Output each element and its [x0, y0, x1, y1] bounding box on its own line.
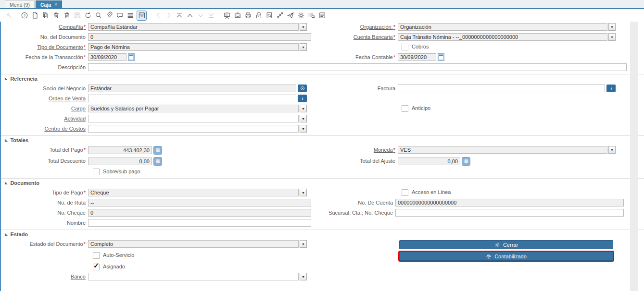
auto-servicio-checkbox[interactable]: [93, 252, 100, 259]
organizacion-field[interactable]: Organización: [398, 23, 607, 31]
actividad-field[interactable]: [88, 115, 299, 122]
chevron-down-icon[interactable]: [300, 125, 307, 133]
socio-label[interactable]: Socio del Negocio: [43, 85, 86, 91]
info-button[interactable]: i: [298, 95, 307, 102]
cuenta-bancaria-field[interactable]: Caja Tránsito Nómina - --_00000000000000…: [398, 33, 607, 41]
nombre-label: Nombre: [67, 220, 86, 226]
descripcion-field[interactable]: [88, 63, 627, 71]
lock-icon[interactable]: [254, 12, 263, 20]
calculator-icon[interactable]: ▦: [153, 157, 162, 166]
no-documento-field[interactable]: 0: [88, 33, 311, 41]
zoom-across-icon[interactable]: [265, 12, 273, 20]
total-descuento-field[interactable]: 0,00: [88, 158, 152, 165]
info-button[interactable]: i: [606, 85, 616, 92]
banco-field[interactable]: [88, 273, 299, 280]
section-documento-header[interactable]: ◢ Documento: [1, 179, 644, 189]
banco-label[interactable]: Banco: [71, 274, 86, 279]
request-icon[interactable]: [318, 12, 326, 20]
centro-costos-label[interactable]: Centro de Costos: [44, 126, 86, 132]
fecha-contable-field[interactable]: 30/09/2020: [398, 53, 436, 61]
archive-icon[interactable]: [233, 12, 241, 20]
orden-venta-field[interactable]: [88, 95, 296, 102]
new-record-icon[interactable]: [31, 12, 39, 20]
section-totales-header[interactable]: ◢ Totales: [1, 136, 644, 146]
send-mail-icon[interactable]: [286, 12, 294, 20]
factura-label[interactable]: Factura: [378, 85, 395, 91]
find-icon[interactable]: [94, 12, 102, 20]
orden-venta-label[interactable]: Orden de Venta: [49, 96, 86, 101]
moneda-label[interactable]: Moneda: [374, 147, 395, 153]
attachment-icon[interactable]: [105, 12, 113, 20]
tab-menu[interactable]: Menú (9): [5, 0, 35, 8]
descripcion-label: Descripción: [58, 64, 86, 70]
tab-caja[interactable]: Caja ×: [36, 0, 62, 8]
tipo-documento-field[interactable]: Pago de Nómina: [88, 43, 299, 51]
compania-field[interactable]: Compañía Estándar: [88, 23, 299, 31]
calendar-icon[interactable]: 31: [137, 11, 147, 21]
centro-costos-field[interactable]: [88, 125, 299, 133]
section-referencia-header[interactable]: ◢ Referencia: [1, 74, 644, 85]
no-cuenta-field[interactable]: 00000000000000000000: [395, 199, 624, 206]
record-info-button[interactable]: [298, 85, 307, 92]
organizacion-label[interactable]: Organización.: [360, 24, 395, 30]
chevron-down-icon[interactable]: [300, 105, 307, 112]
calculator-icon[interactable]: ▦: [153, 146, 162, 155]
export-icon[interactable]: [307, 12, 316, 20]
asignado-checkbox[interactable]: [93, 264, 100, 270]
sobre-sub-pago-checkbox[interactable]: [93, 169, 100, 175]
print-icon[interactable]: [244, 12, 252, 20]
chevron-down-icon[interactable]: [608, 146, 616, 154]
vertical-scrollbar[interactable]: [630, 22, 638, 291]
calendar-icon[interactable]: [128, 53, 135, 61]
workflow-icon[interactable]: [276, 12, 284, 20]
svg-text:?: ?: [23, 13, 25, 18]
delete-record-icon[interactable]: [52, 12, 60, 20]
no-cheque-field[interactable]: 0: [88, 209, 311, 217]
total-ajuste-field[interactable]: 0,00: [398, 158, 460, 165]
cargo-field[interactable]: Sueldos y Salarios por Pagar: [88, 105, 299, 112]
first-record-icon[interactable]: [176, 12, 184, 20]
chevron-down-icon[interactable]: [300, 23, 307, 31]
cobros-checkbox[interactable]: [402, 44, 408, 50]
cerrar-button[interactable]: Cerrar: [399, 240, 613, 249]
asignado-label: Asignado: [103, 263, 125, 269]
refresh-icon[interactable]: [84, 12, 92, 20]
fecha-transaccion-field[interactable]: 30/09/2020: [88, 53, 126, 61]
tipo-documento-label[interactable]: Tipo de Documento: [37, 44, 86, 50]
chevron-down-icon[interactable]: [608, 23, 616, 31]
chevron-down-icon[interactable]: [300, 240, 307, 248]
moneda-field[interactable]: VES: [398, 146, 607, 154]
chevron-down-icon[interactable]: [300, 273, 307, 280]
chevron-down-icon[interactable]: [300, 189, 307, 196]
calendar-icon[interactable]: [438, 53, 444, 61]
chevron-down-icon[interactable]: [300, 115, 307, 122]
delete-selection-icon[interactable]: [63, 12, 71, 20]
close-icon[interactable]: ×: [54, 2, 57, 7]
compania-label[interactable]: Compañía: [59, 24, 86, 30]
nombre-field[interactable]: [88, 219, 311, 227]
cargo-label[interactable]: Cargo: [71, 106, 86, 111]
chevron-down-icon[interactable]: [300, 43, 307, 51]
toggle-grid-icon[interactable]: [126, 12, 134, 20]
acceso-linea-checkbox[interactable]: [402, 189, 408, 196]
actividad-label[interactable]: Actividad: [64, 116, 86, 121]
total-pago-field[interactable]: 443.402,30: [88, 146, 152, 154]
factura-field[interactable]: [398, 85, 605, 92]
preferences-icon[interactable]: [297, 12, 305, 20]
help-icon[interactable]: ?: [20, 12, 28, 20]
chat-icon[interactable]: [115, 12, 124, 20]
cuenta-bancaria-label[interactable]: Cuenta Bancaria: [354, 34, 395, 40]
estado-documento-field[interactable]: Completo: [88, 240, 299, 248]
no-ruta-field[interactable]: --: [88, 199, 311, 206]
sucursal-field[interactable]: [395, 209, 624, 217]
section-estado-header[interactable]: ◢ Estado: [1, 230, 644, 240]
chevron-down-icon[interactable]: [608, 33, 616, 41]
report-icon[interactable]: [223, 12, 231, 20]
anticipo-checkbox[interactable]: [402, 105, 408, 112]
contabilizado-button[interactable]: Contabilizado: [399, 252, 613, 261]
calculator-icon[interactable]: ▦: [462, 157, 470, 166]
copy-record-icon[interactable]: [41, 12, 50, 20]
previous-record-icon[interactable]: [186, 12, 194, 20]
socio-field[interactable]: Estándar: [88, 85, 296, 92]
tipo-pago-field[interactable]: Cheque: [88, 189, 299, 196]
